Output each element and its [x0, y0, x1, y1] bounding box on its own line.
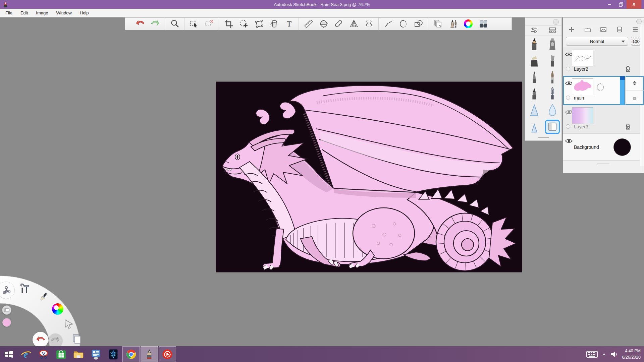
brush-palette-icon[interactable] [445, 18, 461, 29]
brush-pencil[interactable] [525, 36, 543, 52]
lagoon-color-wheel-icon[interactable] [52, 303, 63, 315]
lagoon-redo-button[interactable] [48, 334, 62, 348]
french-curve-icon[interactable] [331, 18, 346, 29]
keyboard-icon[interactable] [586, 351, 598, 358]
taskbar-app-file-explorer[interactable] [70, 346, 87, 362]
show-hidden-icons[interactable] [602, 353, 606, 356]
clock[interactable]: 4:40 PM 6/26/2020 [622, 348, 641, 360]
taskbar-app-control-panel[interactable] [87, 346, 105, 362]
layers-panel-handle-icon[interactable] [636, 19, 642, 24]
lagoon-undo-button[interactable] [33, 332, 48, 348]
layer-row-layer3[interactable]: Layer3 [563, 105, 644, 134]
interface-toggle-icon[interactable] [476, 18, 491, 29]
menu-item-edit[interactable]: Edit [16, 9, 32, 17]
crop-icon[interactable] [221, 18, 236, 29]
lagoon-tools-icon[interactable] [19, 283, 31, 295]
duplicate-layer-icon[interactable] [616, 26, 623, 34]
brush-panel-handle-icon[interactable] [553, 19, 559, 25]
layers-panel-header[interactable] [563, 18, 644, 25]
layer-radio[interactable] [566, 96, 570, 100]
transform-selection-icon[interactable] [236, 18, 251, 29]
taskbar-app-chrome[interactable] [122, 346, 140, 362]
brush-smear[interactable] [525, 102, 543, 118]
visibility-eye-off-icon[interactable] [565, 110, 573, 115]
blend-mode-dropdown[interactable]: Normal [566, 37, 628, 46]
brush-smear-small[interactable] [525, 119, 543, 135]
layer-radio[interactable] [566, 67, 570, 71]
taskbar-app-game[interactable] [105, 346, 122, 362]
lagoon-cursor-icon[interactable] [63, 318, 74, 329]
menu-item-file[interactable]: File [1, 9, 16, 17]
main-toolbar: T [125, 17, 512, 30]
ellipse-shape-icon[interactable] [396, 18, 411, 29]
brush-panel-header[interactable] [525, 18, 561, 26]
taskbar-app-internet-explorer[interactable]: e [17, 346, 35, 362]
undo-icon[interactable] [132, 18, 148, 29]
brush-flat-brush[interactable] [543, 52, 561, 69]
layer-folder-icon[interactable] [584, 26, 591, 34]
unlock-icon[interactable]: M5 9 V6 a4 4 0 0 1 8 0" fill="none" stro… [626, 90, 644, 105]
drawing-canvas[interactable] [216, 82, 522, 272]
brush-airbrush[interactable] [543, 36, 561, 52]
taskbar-app-windows-store[interactable] [52, 346, 70, 362]
close-button[interactable]: X [627, 0, 641, 9]
color-wheel-icon[interactable] [461, 18, 476, 29]
symmetry-icon[interactable] [361, 18, 376, 29]
shapes-icon[interactable] [411, 18, 426, 29]
import-image-icon[interactable] [600, 26, 607, 34]
steady-stroke-icon[interactable] [381, 18, 396, 29]
ellipse-guide-icon[interactable] [316, 18, 331, 29]
brush-felt-pen[interactable] [525, 85, 543, 102]
layer-pages-icon[interactable] [430, 18, 445, 29]
brush-library-icon[interactable] [548, 27, 556, 35]
zoom-icon[interactable] [167, 18, 182, 29]
layer-menu-icon[interactable] [632, 26, 639, 34]
volume-icon[interactable] [610, 351, 618, 358]
brush-paintbrush[interactable] [543, 69, 561, 85]
distort-icon[interactable] [251, 18, 266, 29]
menu-item-help[interactable]: Help [76, 9, 93, 17]
eraser-puck[interactable] [2, 305, 11, 315]
fill-icon[interactable] [266, 18, 281, 29]
layers-panel-resize-handle[interactable] [563, 161, 644, 167]
visibility-eye-icon[interactable] [565, 81, 573, 86]
menu-item-image[interactable]: Image [32, 9, 52, 17]
layer-row-layer2[interactable]: Layer2 [563, 47, 644, 76]
taskbar-app-snipping-tool[interactable] [35, 346, 52, 362]
restore-button[interactable] [615, 0, 627, 9]
lock-icon[interactable] [625, 66, 631, 72]
select-icon[interactable] [186, 18, 202, 29]
lock-icon[interactable] [625, 123, 631, 130]
redo-icon[interactable] [148, 18, 163, 29]
layer-row-background[interactable]: Background [563, 134, 644, 161]
brush-inking-pen[interactable] [543, 85, 561, 102]
brush-eraser[interactable] [543, 119, 561, 135]
visibility-eye-icon[interactable] [565, 52, 573, 57]
layer-opacity-slider[interactable] [620, 76, 625, 105]
brush-settings-icon[interactable] [530, 27, 538, 35]
background-color-swatch[interactable] [613, 138, 631, 156]
lagoon-nodes-icon[interactable] [1, 285, 12, 296]
eraser-icon [3, 307, 10, 313]
menu-item-window[interactable]: Window [52, 9, 76, 17]
taskbar-app-sketchbook[interactable] [141, 346, 158, 362]
taskbar-app-media-player[interactable] [159, 346, 176, 362]
layer-radio[interactable] [566, 124, 570, 129]
current-color-puck[interactable] [2, 318, 11, 327]
brush-panel-resize-handle[interactable] [525, 135, 561, 140]
ruler-icon[interactable] [301, 18, 316, 29]
layer-reorder-icon[interactable] [626, 76, 644, 90]
brush-chisel-marker[interactable] [525, 52, 543, 69]
layer-row-main[interactable]: mainM5 9 V6 a4 4 0 0 1 8 0" fill="none" … [563, 76, 644, 105]
taskbar-start-button[interactable] [0, 346, 17, 362]
minimize-button[interactable] [604, 0, 615, 9]
deselect-icon[interactable] [202, 18, 217, 29]
lagoon-layers-icon[interactable] [71, 333, 83, 345]
brush-blend[interactable] [543, 102, 561, 118]
brush-ballpoint-pen[interactable] [525, 69, 543, 85]
lagoon-brush-icon[interactable] [38, 292, 49, 303]
perspective-icon[interactable] [346, 18, 361, 29]
visibility-eye-icon[interactable] [565, 138, 573, 143]
add-layer-icon[interactable] [568, 26, 575, 34]
text-icon[interactable]: T [281, 18, 297, 29]
